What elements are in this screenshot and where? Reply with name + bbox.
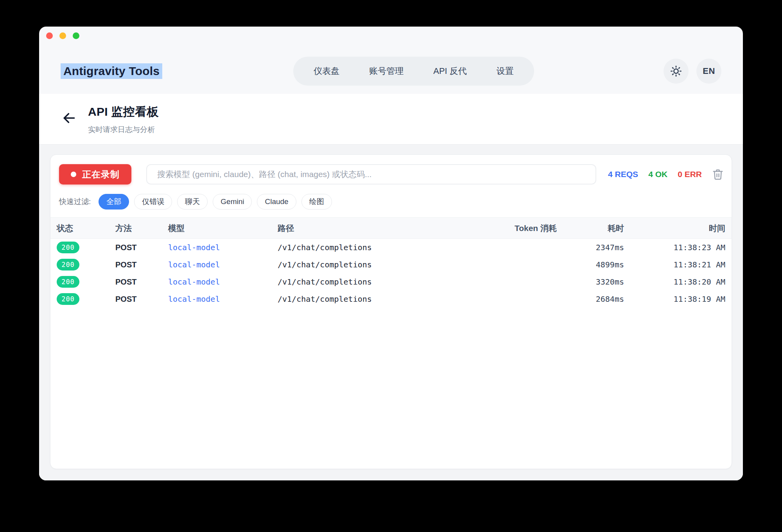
search-input[interactable] <box>146 164 596 184</box>
table-header: 状态 方法 模型 路径 Token 消耗 耗时 时间 <box>50 217 732 239</box>
language-toggle-button[interactable]: EN <box>696 59 721 84</box>
app-title-area: Antigravity Tools <box>61 63 248 79</box>
table-row[interactable]: 200 POST local-model /v1/chat/completion… <box>50 273 732 290</box>
main-nav: 仪表盘 账号管理 API 反代 设置 <box>293 57 534 86</box>
time-cell: 11:38:19 AM <box>624 294 725 304</box>
duration-cell: 4899ms <box>557 260 624 269</box>
table-row[interactable]: 200 POST local-model /v1/chat/completion… <box>50 256 732 273</box>
maximize-button[interactable] <box>73 32 79 39</box>
time-cell: 11:38:20 AM <box>624 277 725 287</box>
ok-count: 4 OK <box>648 170 667 179</box>
filter-errors-only[interactable]: 仅错误 <box>134 194 172 210</box>
path-cell: /v1/chat/completions <box>278 294 446 304</box>
filter-chat[interactable]: 聊天 <box>177 194 208 210</box>
path-cell: /v1/chat/completions <box>278 277 446 287</box>
recording-label: 正在录制 <box>82 168 120 181</box>
filter-images[interactable]: 绘图 <box>301 194 332 210</box>
record-dot-icon <box>71 172 76 177</box>
app-title: Antigravity Tools <box>61 63 162 79</box>
requests-count: 4 REQS <box>608 170 638 179</box>
filter-claude[interactable]: Claude <box>257 194 296 210</box>
path-cell: /v1/chat/completions <box>278 260 446 269</box>
filter-all[interactable]: 全部 <box>99 194 129 210</box>
table-row[interactable]: 200 POST local-model /v1/chat/completion… <box>50 239 732 256</box>
sun-icon <box>670 65 682 77</box>
recording-button[interactable]: 正在录制 <box>59 164 131 184</box>
clear-logs-button[interactable] <box>712 168 724 180</box>
model-cell: local-model <box>168 260 278 269</box>
duration-cell: 2347ms <box>557 243 624 252</box>
status-badge: 200 <box>57 276 79 288</box>
request-log-table: 状态 方法 模型 路径 Token 消耗 耗时 时间 200 POST loca… <box>50 217 732 308</box>
status-badge: 200 <box>57 242 79 253</box>
trash-icon <box>712 168 724 180</box>
window-controls <box>46 32 79 39</box>
model-cell: local-model <box>168 277 278 287</box>
page-header: API 监控看板 实时请求日志与分析 <box>39 94 743 145</box>
arrow-left-icon <box>62 111 77 125</box>
toolbar: 正在录制 4 REQS 4 OK 0 ERR <box>50 155 732 184</box>
filter-gemini[interactable]: Gemini <box>213 194 252 210</box>
col-tokens: Token 消耗 <box>446 223 557 234</box>
minimize-button[interactable] <box>59 32 66 39</box>
back-button[interactable] <box>61 109 78 127</box>
time-cell: 11:38:23 AM <box>624 243 725 252</box>
method-cell: POST <box>115 243 168 252</box>
table-row[interactable]: 200 POST local-model /v1/chat/completion… <box>50 290 732 308</box>
monitor-card: 正在录制 4 REQS 4 OK 0 ERR <box>50 154 732 469</box>
col-time: 时间 <box>624 223 725 234</box>
navbar-actions: EN <box>534 59 721 84</box>
quick-filters: 快速过滤: 全部 仅错误 聊天 Gemini Claude 绘图 <box>50 184 732 210</box>
language-label: EN <box>703 66 715 76</box>
col-method: 方法 <box>115 223 168 234</box>
page-title: API 监控看板 <box>88 104 159 120</box>
error-count: 0 ERR <box>678 170 702 179</box>
theme-toggle-button[interactable] <box>664 59 689 84</box>
nav-item-dashboard[interactable]: 仪表盘 <box>314 65 339 77</box>
path-cell: /v1/chat/completions <box>278 243 446 252</box>
model-cell: local-model <box>168 243 278 252</box>
col-path: 路径 <box>278 223 446 234</box>
method-cell: POST <box>115 260 168 269</box>
col-model: 模型 <box>168 223 278 234</box>
time-cell: 11:38:21 AM <box>624 260 725 269</box>
col-duration: 耗时 <box>557 223 624 234</box>
quick-filters-label: 快速过滤: <box>59 197 91 207</box>
status-badge: 200 <box>57 259 79 270</box>
duration-cell: 3320ms <box>557 277 624 287</box>
content-area: 正在录制 4 REQS 4 OK 0 ERR <box>39 145 743 480</box>
nav-item-accounts[interactable]: 账号管理 <box>369 65 404 77</box>
nav-item-api-proxy[interactable]: API 反代 <box>433 65 467 77</box>
status-badge: 200 <box>57 293 79 305</box>
col-status: 状态 <box>57 223 115 234</box>
close-button[interactable] <box>46 32 53 39</box>
page-title-block: API 监控看板 实时请求日志与分析 <box>88 104 159 144</box>
duration-cell: 2684ms <box>557 294 624 304</box>
model-cell: local-model <box>168 294 278 304</box>
method-cell: POST <box>115 278 168 287</box>
method-cell: POST <box>115 295 168 304</box>
stats-summary: 4 REQS 4 OK 0 ERR <box>608 170 702 179</box>
page-subtitle: 实时请求日志与分析 <box>88 125 159 135</box>
app-window: Antigravity Tools 仪表盘 账号管理 API 反代 设置 <box>39 27 743 480</box>
nav-item-settings[interactable]: 设置 <box>497 65 514 77</box>
navbar: Antigravity Tools 仪表盘 账号管理 API 反代 设置 <box>39 27 743 94</box>
